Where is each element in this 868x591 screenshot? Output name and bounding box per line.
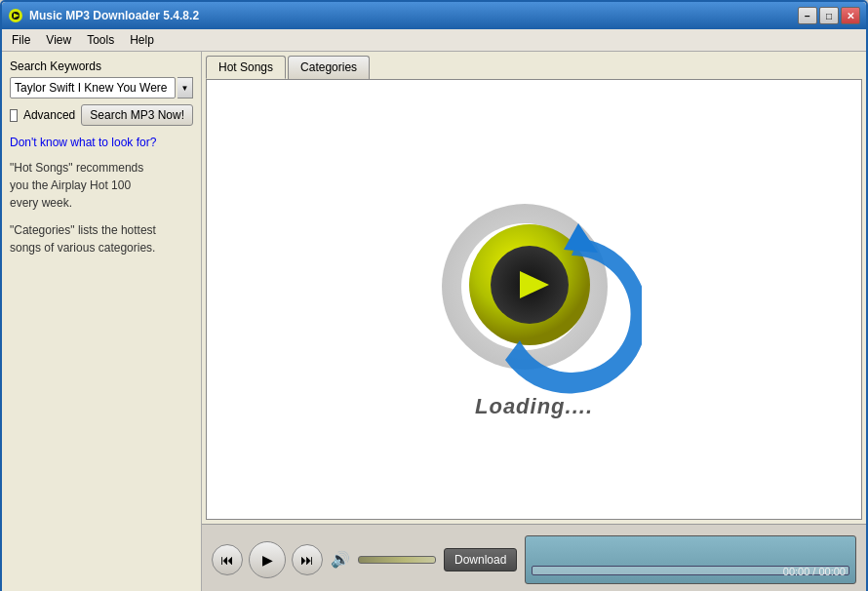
progress-area[interactable]: 00:00 / 00:00: [525, 535, 856, 584]
player-controls: ⏮ ▶ ⏭: [212, 541, 323, 578]
menu-help[interactable]: Help: [124, 31, 160, 49]
loading-text: Loading....: [475, 394, 593, 419]
play-button[interactable]: ▶: [249, 541, 286, 578]
title-bar: Music MP3 Downloader 5.4.8.2 − □ ✕: [2, 2, 866, 29]
title-bar-buttons: − □ ✕: [798, 7, 860, 24]
menu-bar: File View Tools Help: [2, 29, 866, 52]
next-button[interactable]: ⏭: [292, 544, 323, 575]
close-button[interactable]: ✕: [841, 7, 860, 24]
search-input-row: ▼: [10, 77, 193, 98]
search-input[interactable]: [10, 77, 176, 98]
advanced-row: Advanced Search MP3 Now!: [10, 104, 193, 126]
tab-hot-songs[interactable]: Hot Songs: [206, 56, 286, 79]
prev-button[interactable]: ⏮: [212, 544, 243, 575]
volume-icon: 🔊: [331, 550, 350, 569]
player-bar: ⏮ ▶ ⏭ 🔊 Download 00:00 / 00:00: [202, 524, 866, 591]
logo-container: Loading....: [207, 80, 861, 519]
minimize-button[interactable]: −: [798, 7, 817, 24]
info-link[interactable]: Don't know what to look for?: [10, 136, 193, 149]
content-panel: Loading....: [206, 79, 862, 520]
search-button[interactable]: Search MP3 Now!: [81, 104, 193, 126]
menu-tools[interactable]: Tools: [81, 31, 120, 49]
app-icon: [8, 8, 23, 23]
tab-categories[interactable]: Categories: [288, 56, 370, 79]
volume-slider[interactable]: [358, 556, 436, 564]
categories-info: "Categories" lists the hottestsongs of v…: [10, 221, 193, 256]
hot-songs-info: "Hot Songs" recommendsyou the Airplay Ho…: [10, 159, 193, 212]
main-container: Search Keywords ▼ Advanced Search MP3 No…: [2, 52, 866, 591]
app-logo: [427, 179, 642, 394]
search-keywords-label: Search Keywords: [10, 59, 193, 73]
app-title: Music MP3 Downloader 5.4.8.2: [29, 9, 199, 22]
advanced-checkbox[interactable]: [10, 109, 18, 122]
maximize-button[interactable]: □: [819, 7, 839, 24]
info-section: Don't know what to look for? "Hot Songs"…: [10, 136, 193, 256]
menu-file[interactable]: File: [6, 31, 36, 49]
time-display: 00:00 / 00:00: [783, 566, 846, 577]
tabs-bar: Hot Songs Categories: [202, 52, 866, 79]
app-window: Music MP3 Downloader 5.4.8.2 − □ ✕ File …: [0, 0, 868, 591]
menu-view[interactable]: View: [40, 31, 77, 49]
search-dropdown-arrow[interactable]: ▼: [178, 77, 193, 98]
content-area: Hot Songs Categories: [202, 52, 866, 591]
sidebar: Search Keywords ▼ Advanced Search MP3 No…: [2, 52, 202, 591]
advanced-label: Advanced: [23, 108, 75, 122]
title-bar-left: Music MP3 Downloader 5.4.8.2: [8, 8, 199, 23]
download-button[interactable]: Download: [444, 548, 517, 571]
